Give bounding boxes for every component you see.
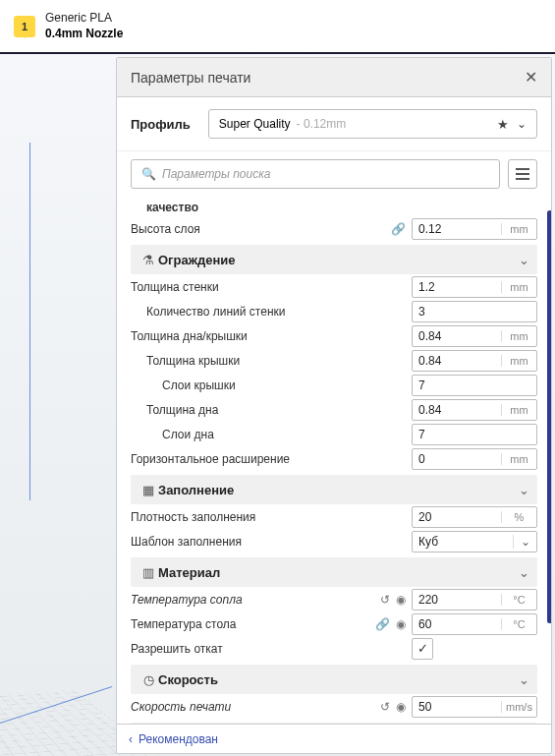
settings-visibility-button[interactable] xyxy=(508,159,537,189)
chevron-down-icon: ⌄ xyxy=(519,672,529,687)
setting-layer-height: Высота слоя 🔗 0.12mm xyxy=(131,216,537,241)
chevron-down-icon: ⌄ xyxy=(513,535,536,549)
recommended-button[interactable]: Рекомендован xyxy=(139,732,218,746)
profile-select[interactable]: Super Quality - 0.12mm ★ ⌄ xyxy=(208,109,537,139)
reset-icon[interactable]: ↺ xyxy=(380,700,390,714)
setting-wall-line-count: Количество линий стенки 3 xyxy=(131,299,537,323)
setting-infill-pattern: Шаблон заполнения Куб⌄ xyxy=(131,529,537,553)
input-bed-temp[interactable]: 60°C xyxy=(412,613,537,635)
input-horizontal-expansion[interactable]: 0mm xyxy=(412,448,537,470)
section-material[interactable]: ▥ Материал ⌄ xyxy=(131,557,537,587)
link-icon[interactable]: 🔗 xyxy=(391,222,406,236)
material-name: Generic PLA xyxy=(45,11,123,27)
scrollbar-thumb[interactable] xyxy=(547,210,551,623)
panel-header: Параметры печати ✕ xyxy=(117,58,551,97)
setting-horizontal-expansion: Горизонтальное расширение 0mm xyxy=(131,446,537,471)
chevron-down-icon: ⌄ xyxy=(519,483,529,497)
extruder-icon[interactable]: ◉ xyxy=(396,593,406,607)
walls-icon: ⚗ xyxy=(139,253,158,267)
checkbox-enable-retraction[interactable]: ✓ xyxy=(412,638,433,660)
setting-top-thickness: Толщина крышки 0.84mm xyxy=(131,348,537,373)
material-icon: ▥ xyxy=(139,565,158,580)
chevron-left-icon[interactable]: ‹ xyxy=(129,732,133,746)
profile-label: Профиль xyxy=(131,117,191,132)
input-layer-height[interactable]: 0.12mm xyxy=(412,218,537,240)
panel-title: Параметры печати xyxy=(131,70,250,86)
print-settings-panel: Параметры печати ✕ Профиль Super Quality… xyxy=(116,57,552,754)
input-wall-thickness[interactable]: 1.2mm xyxy=(412,276,537,298)
panel-footer: ‹ Рекомендован xyxy=(117,724,551,753)
profile-detail: - 0.12mm xyxy=(297,117,347,131)
chevron-down-icon[interactable]: ⌄ xyxy=(517,117,527,131)
setting-bottom-layers: Слои дна 7 xyxy=(131,422,537,446)
reset-icon[interactable]: ↺ xyxy=(380,593,390,607)
link-icon[interactable]: 🔗 xyxy=(375,617,390,631)
section-speed[interactable]: ◷ Скорость ⌄ xyxy=(131,665,537,694)
search-input[interactable]: 🔍 Параметры поиска xyxy=(131,159,500,189)
quality-section-partial: качество xyxy=(131,197,537,216)
setting-wall-thickness: Толщина стенки 1.2mm xyxy=(131,274,537,299)
setting-print-speed: Скорость печати ↺◉ 50mm/s xyxy=(131,694,537,719)
chevron-down-icon: ⌄ xyxy=(519,253,529,267)
setting-enable-retraction: Разрешить откат ✓ xyxy=(131,636,537,661)
profile-row: Профиль Super Quality - 0.12mm ★ ⌄ xyxy=(117,97,551,151)
section-infill[interactable]: ▦ Заполнение ⌄ xyxy=(131,475,537,504)
input-infill-density[interactable]: 20% xyxy=(412,506,537,528)
section-travel[interactable]: ⧗ Перемещение ⌄ xyxy=(131,723,537,724)
setting-top-bottom-thickness: Толщина дна/крышки 0.84mm xyxy=(131,323,537,348)
infill-icon: ▦ xyxy=(139,483,158,497)
input-top-thickness[interactable]: 0.84mm xyxy=(412,350,537,372)
material-topbar: 1 Generic PLA 0.4mm Nozzle xyxy=(0,0,555,54)
search-icon: 🔍 xyxy=(141,167,156,181)
extruder-icon[interactable]: ◉ xyxy=(396,700,406,714)
input-print-temp[interactable]: 220°C xyxy=(412,589,537,611)
z-axis-line xyxy=(29,143,30,500)
section-walls[interactable]: ⚗ Ограждение ⌄ xyxy=(131,245,537,274)
setting-bottom-thickness: Толщина дна 0.84mm xyxy=(131,397,537,422)
input-top-bottom-thickness[interactable]: 0.84mm xyxy=(412,325,537,347)
speed-icon: ◷ xyxy=(139,672,158,687)
nozzle-size: 0.4mm Nozzle xyxy=(45,27,123,42)
search-placeholder: Параметры поиска xyxy=(162,167,271,181)
setting-print-temp: Температура сопла ↺◉ 220°C xyxy=(131,587,537,611)
input-bottom-thickness[interactable]: 0.84mm xyxy=(412,399,537,421)
extruder-icon[interactable]: ◉ xyxy=(396,617,406,631)
search-row: 🔍 Параметры поиска xyxy=(117,151,551,197)
settings-list[interactable]: качество Высота слоя 🔗 0.12mm ⚗ Огражден… xyxy=(117,197,551,724)
input-bottom-layers[interactable]: 7 xyxy=(412,424,537,445)
input-top-layers[interactable]: 7 xyxy=(412,375,537,396)
input-wall-line-count[interactable]: 3 xyxy=(412,301,537,322)
setting-top-layers: Слои крышки 7 xyxy=(131,373,537,397)
input-print-speed[interactable]: 50mm/s xyxy=(412,696,537,718)
extruder-badge[interactable]: 1 xyxy=(14,16,35,37)
close-icon[interactable]: ✕ xyxy=(525,68,537,87)
profile-selected-name: Super Quality xyxy=(219,117,291,131)
setting-bed-temp: Температура стола 🔗◉ 60°C xyxy=(131,611,537,636)
star-icon[interactable]: ★ xyxy=(497,117,509,132)
select-infill-pattern[interactable]: Куб⌄ xyxy=(412,531,537,552)
setting-infill-density: Плотность заполнения 20% xyxy=(131,504,537,529)
chevron-down-icon: ⌄ xyxy=(519,565,529,580)
